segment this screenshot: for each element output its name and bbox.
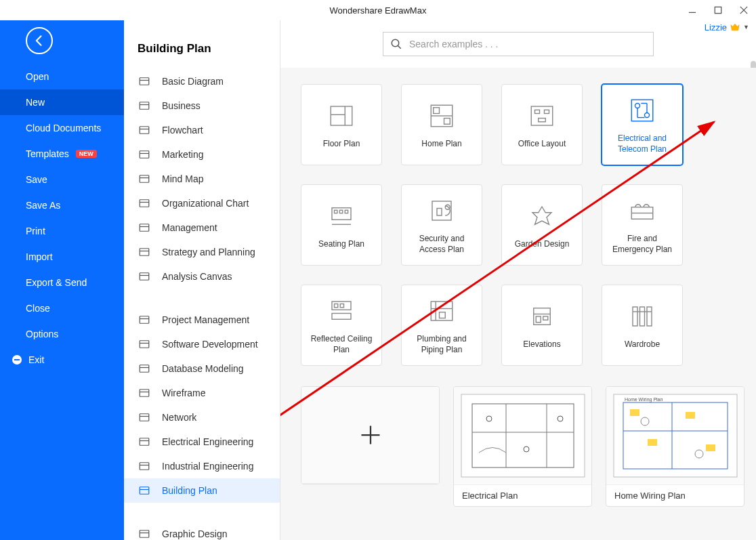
menu-open[interactable]: Open — [0, 64, 124, 89]
category-label: Business — [162, 100, 201, 111]
category-icon — [138, 459, 151, 473]
svg-rect-20 — [140, 273, 149, 281]
category-flowchart[interactable]: Flowchart — [124, 118, 280, 142]
svg-rect-73 — [332, 314, 351, 320]
svg-point-40 — [392, 39, 399, 47]
card-icon — [325, 295, 358, 327]
card-label: Plumbing and Piping Plan — [406, 334, 478, 355]
category-label: Mind Map — [162, 173, 203, 184]
svg-rect-84 — [647, 307, 652, 326]
menu-save[interactable]: Save — [0, 167, 124, 192]
category-icon — [138, 435, 151, 449]
card-label: Fire and Emergency Plan — [606, 234, 678, 255]
template-card-wardrobe[interactable]: Wardrobe — [602, 285, 683, 366]
category-network[interactable]: Network — [124, 405, 280, 430]
category-project-management[interactable]: Project Management — [124, 308, 280, 332]
svg-rect-38 — [140, 531, 149, 538]
svg-rect-51 — [545, 110, 549, 113]
template-home-wiring-plan[interactable]: Home Wiring PlanHome Wiring Plan — [606, 386, 744, 507]
svg-rect-61 — [335, 210, 337, 213]
category-business[interactable]: Business — [124, 94, 280, 118]
svg-rect-16 — [140, 224, 149, 232]
category-mind-map[interactable]: Mind Map — [124, 167, 280, 191]
svg-rect-80 — [536, 316, 541, 323]
svg-rect-88 — [461, 394, 585, 477]
card-icon — [325, 200, 358, 232]
svg-rect-1 — [715, 7, 721, 13]
category-database-modeling[interactable]: Database Modeling — [124, 356, 280, 381]
category-software-development[interactable]: Software Development — [124, 332, 280, 356]
card-icon — [526, 200, 558, 232]
category-management[interactable]: Management — [124, 215, 280, 240]
card-label: Electrical and Telecom Plan — [606, 133, 678, 154]
menu-save-as[interactable]: Save As — [0, 192, 124, 218]
template-card-garden-design[interactable]: Garden Design — [501, 184, 583, 266]
template-card-electrical-and-telecom-plan[interactable]: Electrical and Telecom Plan — [602, 84, 683, 165]
menu-print[interactable]: Print — [0, 218, 124, 244]
menu-new[interactable]: New — [0, 89, 124, 115]
category-graphic-design[interactable]: Graphic Design — [124, 522, 280, 540]
card-label: Wardrobe — [625, 339, 660, 350]
back-button[interactable] — [26, 27, 53, 54]
template-electrical-plan[interactable]: Electrical Plan — [453, 386, 592, 507]
category-wireframe[interactable]: Wireframe — [124, 381, 280, 405]
svg-rect-103 — [706, 444, 715, 451]
category-marketing[interactable]: Marketing — [124, 142, 280, 167]
card-icon — [626, 194, 658, 227]
minimize-button[interactable] — [686, 3, 699, 17]
menu-export-send[interactable]: Export & Send — [0, 270, 124, 295]
svg-line-41 — [398, 45, 401, 49]
category-analysis-canvas[interactable]: Analysis Canvas — [124, 264, 280, 289]
menu-options[interactable]: Options — [0, 321, 124, 347]
svg-rect-8 — [140, 127, 149, 134]
search-input[interactable] — [409, 39, 646, 49]
category-industrial-engineering[interactable]: Industrial Engineering — [124, 454, 280, 478]
card-icon — [626, 94, 658, 127]
menu-import[interactable]: Import — [0, 244, 124, 270]
category-icon — [138, 337, 151, 351]
category-icon — [138, 123, 151, 137]
user-menu[interactable]: Lizzie ▼ — [705, 22, 749, 33]
category-icon — [138, 386, 151, 400]
card-label: Reflected Ceiling Plan — [306, 334, 377, 355]
template-blank[interactable] — [301, 386, 440, 484]
category-electrical-engineering[interactable]: Electrical Engineering — [124, 430, 280, 454]
svg-rect-10 — [140, 151, 149, 159]
card-label: Security and Access Plan — [406, 234, 478, 255]
template-thumbnail — [454, 387, 591, 485]
category-strategy-and-planning[interactable]: Strategy and Planning — [124, 240, 280, 264]
menu-templates[interactable]: TemplatesNEW — [0, 141, 124, 167]
category-organizational-chart[interactable]: Organizational Chart — [124, 191, 280, 215]
category-icon — [138, 172, 151, 186]
template-card-reflected-ceiling-plan[interactable]: Reflected Ceiling Plan — [301, 285, 382, 366]
search-box[interactable] — [383, 32, 654, 56]
template-card-elevations[interactable]: Elevations — [501, 285, 583, 366]
category-icon — [138, 148, 151, 161]
template-card-floor-plan[interactable]: Floor Plan — [301, 84, 382, 165]
category-building-plan[interactable]: Building Plan — [124, 478, 280, 503]
card-icon — [425, 100, 458, 132]
card-label: Seating Plan — [318, 239, 364, 250]
category-label: Industrial Engineering — [162, 461, 253, 472]
svg-rect-47 — [444, 119, 450, 125]
maximize-button[interactable] — [711, 3, 725, 17]
category-label: Building Plan — [162, 485, 217, 496]
category-basic-diagram[interactable]: Basic Diagram — [124, 69, 280, 94]
menu-exit[interactable]: Exit — [0, 347, 124, 373]
svg-rect-66 — [437, 209, 442, 216]
template-card-plumbing-and-piping-plan[interactable]: Plumbing and Piping Plan — [401, 285, 482, 366]
svg-rect-18 — [140, 249, 149, 256]
template-card-security-and-access-plan[interactable]: Security and Access Plan — [401, 184, 482, 266]
menu-close[interactable]: Close — [0, 295, 124, 321]
menu-cloud-documents[interactable]: Cloud Documents — [0, 115, 124, 141]
close-button[interactable] — [737, 3, 751, 17]
category-label: Analysis Canvas — [162, 271, 232, 282]
template-card-home-plan[interactable]: Home Plan — [401, 84, 482, 165]
template-card-fire-and-emergency-plan[interactable]: Fire and Emergency Plan — [602, 184, 683, 266]
category-label: Management — [162, 222, 217, 233]
template-card-seating-plan[interactable]: Seating Plan — [301, 184, 382, 266]
template-label: Home Wiring Plan — [606, 485, 744, 506]
template-card-office-layout[interactable]: Office Layout — [501, 84, 583, 165]
svg-rect-96 — [614, 394, 737, 477]
card-label: Elevations — [523, 339, 560, 350]
